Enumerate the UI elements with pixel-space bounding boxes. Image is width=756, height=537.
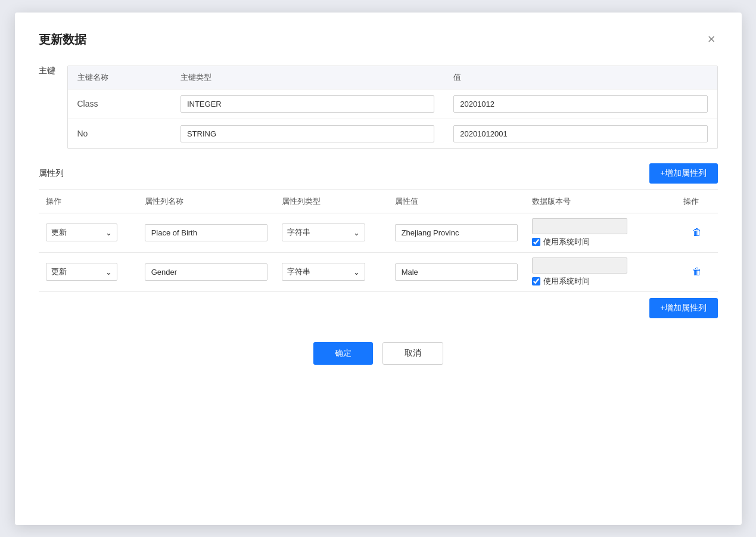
close-button[interactable]: ×	[705, 33, 718, 46]
attr-header-row: 属性列 +增加属性列	[39, 163, 718, 184]
op-select[interactable]: 更新 ⌄	[46, 263, 117, 281]
attr-col-action-header: 操作	[676, 190, 717, 213]
use-system-time-label: 使用系统时间	[543, 237, 590, 247]
primary-key-section: 主键 主键名称 主键类型 值 Class No	[39, 66, 718, 149]
attr-action-cell[interactable]: 🗑	[676, 213, 717, 252]
pk-row-name: Class	[68, 89, 171, 119]
attr-row: 更新 ⌄ 字符串 ⌄ 使用系统时间 🗑	[39, 252, 718, 291]
attr-name-input[interactable]	[145, 263, 268, 281]
attr-version-cell: 使用系统时间	[525, 213, 676, 252]
type-select[interactable]: 字符串 ⌄	[282, 263, 365, 281]
op-select-value: 更新	[51, 266, 67, 277]
pk-value-input[interactable]	[453, 125, 707, 142]
attr-value-input[interactable]	[395, 263, 518, 281]
attr-version-cell: 使用系统时间	[525, 252, 676, 291]
pk-col-value-header: 值	[444, 66, 717, 89]
use-system-time-row: 使用系统时间	[532, 276, 669, 287]
attr-col-value-header: 属性值	[388, 190, 525, 213]
use-system-time-checkbox[interactable]	[532, 277, 540, 285]
attr-table: 操作 属性列名称 属性列类型 属性值 数据版本号 操作 更新 ⌄ 字符串	[39, 190, 718, 292]
use-system-time-checkbox[interactable]	[532, 238, 540, 246]
pk-table-wrap: 主键名称 主键类型 值 Class No	[67, 66, 718, 149]
pk-row-name: No	[68, 119, 171, 148]
pk-table: 主键名称 主键类型 值 Class No	[68, 66, 717, 148]
use-system-time-label: 使用系统时间	[543, 276, 590, 287]
attr-op-cell[interactable]: 更新 ⌄	[39, 252, 138, 291]
dialog-footer: 确定 取消	[39, 342, 718, 365]
attr-row: 更新 ⌄ 字符串 ⌄ 使用系统时间 🗑	[39, 213, 718, 252]
attr-value-input[interactable]	[395, 224, 518, 241]
pk-type-input[interactable]	[181, 125, 434, 142]
pk-col-name-header: 主键名称	[68, 66, 171, 89]
chevron-down-icon: ⌄	[353, 268, 360, 277]
type-select-value: 字符串	[287, 266, 310, 277]
chevron-down-icon: ⌄	[353, 228, 360, 237]
type-select-value: 字符串	[287, 227, 310, 238]
chevron-down-icon: ⌄	[105, 268, 112, 277]
attr-col-op-header: 操作	[39, 190, 138, 213]
chevron-down-icon: ⌄	[105, 228, 112, 237]
dialog-title: 更新数据	[39, 32, 86, 48]
update-dialog: 更新数据 × 主键 主键名称 主键类型 值 Class No	[15, 13, 742, 525]
pk-row: No	[68, 119, 717, 148]
attr-name-input[interactable]	[145, 224, 268, 241]
attr-name-cell[interactable]	[138, 213, 275, 252]
version-cell-wrap: 使用系统时间	[532, 257, 669, 287]
type-select[interactable]: 字符串 ⌄	[282, 224, 365, 241]
attr-name-cell[interactable]	[138, 252, 275, 291]
pk-row-type[interactable]	[171, 89, 444, 119]
pk-section-label: 主键	[39, 66, 55, 76]
dialog-header: 更新数据 ×	[39, 32, 718, 48]
attr-section-label: 属性列	[39, 168, 64, 179]
attr-op-cell[interactable]: 更新 ⌄	[39, 213, 138, 252]
attr-value-cell[interactable]	[388, 252, 525, 291]
pk-row: Class	[68, 89, 717, 119]
pk-value-input[interactable]	[453, 95, 707, 113]
attr-col-version-header: 数据版本号	[525, 190, 676, 213]
use-system-time-row: 使用系统时间	[532, 237, 669, 247]
attr-col-name-header: 属性列名称	[138, 190, 275, 213]
attr-type-cell[interactable]: 字符串 ⌄	[275, 213, 387, 252]
add-attr-btn-bottom[interactable]: +增加属性列	[649, 298, 717, 318]
attributes-section: 属性列 +增加属性列 操作 属性列名称 属性列类型 属性值 数据版本号 操作 更…	[39, 163, 718, 318]
delete-row-button[interactable]: 🗑	[689, 265, 705, 278]
version-input[interactable]	[532, 218, 627, 234]
pk-type-input[interactable]	[181, 95, 434, 113]
bottom-add-row: +增加属性列	[39, 298, 718, 318]
add-attr-btn-top[interactable]: +增加属性列	[649, 163, 717, 184]
version-cell-wrap: 使用系统时间	[532, 218, 669, 247]
cancel-button[interactable]: 取消	[382, 342, 443, 365]
pk-row-value[interactable]	[444, 89, 717, 119]
attr-action-cell[interactable]: 🗑	[676, 252, 717, 291]
attr-value-cell[interactable]	[388, 213, 525, 252]
delete-row-button[interactable]: 🗑	[689, 226, 705, 239]
attr-col-type-header: 属性列类型	[275, 190, 387, 213]
pk-row-value[interactable]	[444, 119, 717, 148]
pk-col-type-header: 主键类型	[171, 66, 444, 89]
confirm-button[interactable]: 确定	[313, 342, 373, 365]
op-select-value: 更新	[51, 227, 67, 238]
pk-row-type[interactable]	[171, 119, 444, 148]
op-select[interactable]: 更新 ⌄	[46, 224, 117, 241]
version-input[interactable]	[532, 257, 627, 274]
attr-type-cell[interactable]: 字符串 ⌄	[275, 252, 387, 291]
